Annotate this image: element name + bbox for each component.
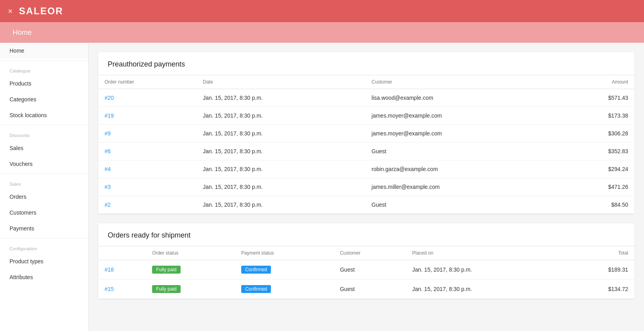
order-customer: robin.garza@example.com [365, 160, 558, 178]
payment-status-cell: Confirmed [235, 280, 333, 299]
order-status-badge: Fully paid [152, 266, 180, 274]
placed-on-cell: Jan. 15, 2017, 8:30 p.m. [406, 260, 564, 280]
table-row: #6 Jan. 15, 2017, 8:30 p.m. Guest $352.8… [98, 143, 634, 160]
order-link[interactable]: #2 [98, 196, 196, 214]
table-row: #2 Jan. 15, 2017, 8:30 p.m. Guest $84.50 [98, 196, 634, 214]
preauth-card: Preauthorized payments Order number Date… [98, 52, 634, 214]
preauth-title: Preauthorized payments [98, 52, 634, 75]
placed-on-cell: Jan. 15, 2017, 8:30 p.m. [406, 280, 564, 299]
main-layout: Home Catalogue Products Categories Stock… [0, 43, 644, 331]
order-amount: $173.38 [558, 107, 634, 125]
payment-status-badge: Confirmed [241, 285, 271, 293]
order-link[interactable]: #4 [98, 160, 196, 178]
order-date: Jan. 15, 2017, 8:30 p.m. [196, 178, 365, 196]
subheader: Home [0, 22, 644, 43]
sidebar-item-product-types[interactable]: Product types [0, 253, 88, 269]
sidebar-section-discounts: Discounts [0, 127, 88, 140]
col-order-num [98, 246, 146, 260]
col-amount: Amount [558, 75, 634, 89]
sidebar-item-customers[interactable]: Customers [0, 205, 88, 221]
table-row: #18 Fully paid Confirmed Guest Jan. 15, … [98, 260, 634, 280]
close-button[interactable]: × [8, 7, 13, 16]
order-date: Jan. 15, 2017, 8:30 p.m. [196, 143, 365, 160]
order-date: Jan. 15, 2017, 8:30 p.m. [196, 89, 365, 107]
order-date: Jan. 15, 2017, 8:30 p.m. [196, 160, 365, 178]
preauth-table: Order number Date Customer Amount #20 Ja… [98, 75, 634, 214]
logo: SALEOR [19, 6, 63, 17]
customer-cell: Guest [333, 260, 406, 280]
payment-status-cell: Confirmed [235, 260, 333, 280]
order-status-cell: Fully paid [146, 260, 235, 280]
shipment-table: Order status Payment status Customer Pla… [98, 246, 634, 299]
sidebar-item-attributes[interactable]: Attributes [0, 269, 88, 285]
sidebar-section-sales: Sales [0, 175, 88, 189]
sidebar-section-configuration: Configuration [0, 240, 88, 253]
sidebar-item-sales[interactable]: Sales [0, 140, 88, 156]
sidebar-item-categories[interactable]: Categories [0, 91, 88, 107]
col-customer: Customer [365, 75, 558, 89]
order-customer: james.moyer@example.com [365, 107, 558, 125]
sidebar-item-payments[interactable]: Payments [0, 221, 88, 236]
order-link[interactable]: #18 [98, 260, 146, 280]
order-status-badge: Fully paid [152, 285, 180, 293]
order-customer: james.moyer@example.com [365, 125, 558, 143]
order-customer: lisa.wood@example.com [365, 89, 558, 107]
col-order-number: Order number [98, 75, 196, 89]
order-amount: $571.43 [558, 89, 634, 107]
order-amount: $294.24 [558, 160, 634, 178]
customer-cell: Guest [333, 280, 406, 299]
order-date: Jan. 15, 2017, 8:30 p.m. [196, 107, 365, 125]
table-row: #9 Jan. 15, 2017, 8:30 p.m. james.moyer@… [98, 125, 634, 143]
order-customer: Guest [365, 196, 558, 214]
order-amount: $352.83 [558, 143, 634, 160]
table-row: #19 Jan. 15, 2017, 8:30 p.m. james.moyer… [98, 107, 634, 125]
order-date: Jan. 15, 2017, 8:30 p.m. [196, 196, 365, 214]
content-area: Preauthorized payments Order number Date… [89, 43, 644, 331]
sidebar-item-products[interactable]: Products [0, 76, 88, 91]
shipment-title: Orders ready for shipment [98, 223, 634, 246]
order-link[interactable]: #19 [98, 107, 196, 125]
order-date: Jan. 15, 2017, 8:30 p.m. [196, 125, 365, 143]
payment-status-badge: Confirmed [241, 266, 271, 274]
sidebar: Home Catalogue Products Categories Stock… [0, 43, 89, 331]
sidebar-item-stock-locations[interactable]: Stock locations [0, 107, 88, 123]
sidebar-item-vouchers[interactable]: Vouchers [0, 156, 88, 172]
total-cell: $134.72 [563, 280, 634, 299]
sidebar-item-orders[interactable]: Orders [0, 189, 88, 205]
table-row: #15 Fully paid Confirmed Guest Jan. 15, … [98, 280, 634, 299]
sidebar-item-home[interactable]: Home [0, 43, 88, 59]
table-row: #20 Jan. 15, 2017, 8:30 p.m. lisa.wood@e… [98, 89, 634, 107]
order-amount: $306.28 [558, 125, 634, 143]
shipment-card: Orders ready for shipment Order status P… [98, 223, 634, 299]
page-title: Home [13, 29, 32, 37]
col-date: Date [196, 75, 365, 89]
topbar: × SALEOR [0, 0, 644, 22]
order-link[interactable]: #9 [98, 125, 196, 143]
order-amount: $471.26 [558, 178, 634, 196]
col-cust: Customer [333, 246, 406, 260]
col-payment-status: Payment status [235, 246, 333, 260]
total-cell: $189.31 [563, 260, 634, 280]
col-total: Total [563, 246, 634, 260]
order-customer: Guest [365, 143, 558, 160]
col-order-status: Order status [146, 246, 235, 260]
col-placed-on: Placed on [406, 246, 564, 260]
order-link[interactable]: #20 [98, 89, 196, 107]
order-link[interactable]: #15 [98, 280, 146, 299]
order-status-cell: Fully paid [146, 280, 235, 299]
order-link[interactable]: #3 [98, 178, 196, 196]
sidebar-section-catalogue: Catalogue [0, 62, 88, 76]
table-row: #4 Jan. 15, 2017, 8:30 p.m. robin.garza@… [98, 160, 634, 178]
order-amount: $84.50 [558, 196, 634, 214]
order-customer: james.miller@example.com [365, 178, 558, 196]
table-row: #3 Jan. 15, 2017, 8:30 p.m. james.miller… [98, 178, 634, 196]
order-link[interactable]: #6 [98, 143, 196, 160]
